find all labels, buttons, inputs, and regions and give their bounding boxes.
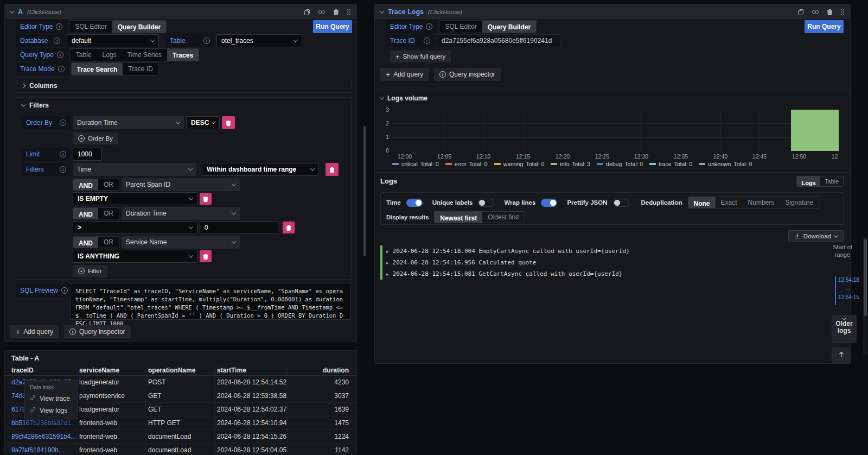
add-query-button[interactable]: +Add query (10, 325, 59, 338)
info-icon[interactable]: i (57, 52, 63, 58)
view-logs-menu-item[interactable]: View logs (25, 405, 77, 416)
order-by-field-select[interactable]: Duration Time (73, 116, 184, 129)
option-table-view[interactable]: Table (820, 176, 843, 186)
unique-labels-toggle[interactable] (478, 199, 494, 207)
option-and[interactable]: AND (73, 208, 98, 219)
option-logs-view[interactable]: Logs (797, 176, 820, 187)
option-trace-search[interactable]: Trace Search (72, 63, 123, 75)
drag-handle-icon[interactable] (840, 9, 845, 15)
query-ref-id[interactable]: Trace Logs (388, 8, 424, 16)
legend-item[interactable]: warningTotal: 0 (494, 161, 545, 167)
condition-field-select[interactable]: Parent Span ID (122, 178, 240, 191)
older-logs-button[interactable]: Older logs (832, 315, 857, 343)
option-and[interactable]: AND (73, 237, 98, 248)
log-line[interactable]: ▸ 2024-06-28 12:54:18.004 EmptyCartAsync… (380, 245, 807, 257)
wrap-lines-toggle[interactable] (541, 199, 557, 207)
option-numbers[interactable]: Numbers (743, 197, 780, 208)
add-filter-button[interactable]: +Filter (73, 265, 107, 277)
query-ref-id[interactable]: A (18, 8, 23, 16)
info-icon[interactable]: i (60, 119, 66, 126)
logs-scrollbar-thumb[interactable] (864, 239, 867, 316)
column-header-servicename[interactable]: serviceName (79, 365, 143, 376)
run-query-button[interactable]: Run Query (805, 20, 844, 33)
column-header-operationname[interactable]: operationName (148, 365, 212, 376)
run-query-button[interactable]: Run Query (313, 20, 352, 33)
info-icon[interactable]: i (60, 151, 66, 157)
legend-item[interactable]: debugTotal: 0 (597, 161, 643, 167)
remove-condition-button[interactable] (200, 250, 212, 262)
show-full-query-button[interactable]: +Show full query (390, 50, 451, 62)
remove-condition-button[interactable] (200, 193, 212, 205)
option-or[interactable]: OR (98, 208, 119, 219)
info-icon[interactable]: i (60, 166, 66, 173)
time-toggle[interactable] (406, 199, 423, 207)
remove-filter-button[interactable] (326, 163, 339, 176)
prettify-json-toggle[interactable] (613, 199, 629, 207)
condition-operator-select[interactable]: > (73, 221, 197, 234)
query-inspector-button[interactable]: iQuery inspector (64, 325, 131, 338)
option-exact[interactable]: Exact (716, 197, 743, 208)
info-icon[interactable]: i (203, 37, 210, 44)
hide-response-eye-icon[interactable] (318, 9, 326, 15)
remove-order-by-button[interactable] (222, 116, 235, 129)
column-header-traceid[interactable]: traceID (11, 365, 75, 376)
option-or[interactable]: OR (98, 237, 119, 248)
logs-scrollbar-track[interactable] (863, 237, 867, 355)
collapse-chevron-icon[interactable] (10, 9, 14, 13)
legend-item[interactable]: criticalTotal: 0 (392, 161, 439, 167)
filter-operator-select[interactable]: Within dashboard time range (202, 163, 319, 176)
condition-operator-select[interactable]: IS EMPTY (73, 192, 197, 205)
info-icon[interactable]: i (54, 37, 60, 44)
download-button[interactable]: Download (788, 230, 844, 242)
logs-volume-header[interactable]: Logs volume (380, 94, 427, 102)
legend-item[interactable]: errorTotal: 0 (445, 161, 488, 167)
drag-handle-icon[interactable] (347, 9, 351, 15)
table-select[interactable]: otel_traces (216, 34, 302, 47)
info-icon[interactable]: i (56, 23, 62, 30)
duplicate-icon[interactable] (797, 9, 804, 16)
option-and[interactable]: AND (73, 179, 98, 191)
log-line[interactable]: ▸ 2024-06-28 12:54:15.081 GetCartAsync c… (380, 268, 807, 280)
remove-condition-button[interactable] (283, 222, 295, 233)
option-query-builder[interactable]: Query Builder (482, 21, 536, 33)
option-none[interactable]: None (688, 197, 716, 208)
hide-response-eye-icon[interactable] (812, 9, 819, 15)
option-traces[interactable]: Traces (167, 49, 199, 61)
limit-input[interactable] (73, 148, 102, 161)
delete-query-trash-icon[interactable] (333, 9, 339, 15)
add-query-button[interactable]: +Add query (380, 68, 429, 81)
filters-section-header[interactable]: Filters (16, 98, 352, 113)
order-by-direction-select[interactable]: DESC (186, 116, 220, 129)
info-icon[interactable]: i (426, 23, 432, 30)
columns-section[interactable]: Columns (16, 78, 352, 93)
option-sql-editor[interactable]: SQL Editor (439, 21, 482, 33)
duplicate-icon[interactable] (304, 9, 310, 16)
option-logs[interactable]: Logs (97, 49, 122, 61)
scroll-to-top-button[interactable] (832, 347, 851, 363)
column-header-starttime[interactable]: startTime (217, 365, 286, 376)
condition-value-input[interactable] (200, 221, 278, 234)
legend-item[interactable]: infoTotal: 3 (551, 161, 590, 167)
info-icon[interactable]: i (58, 66, 65, 72)
info-icon[interactable]: i (424, 37, 430, 44)
log-line[interactable]: ▸ 2024-06-28 12:54:16.956 Calculated quo… (380, 257, 807, 268)
view-trace-menu-item[interactable]: View trace (25, 393, 77, 405)
add-order-by-button[interactable]: +Order By (73, 132, 118, 144)
filter-field-select[interactable]: Time (73, 163, 196, 176)
query-inspector-button[interactable]: iQuery inspector (434, 68, 501, 81)
option-time-series[interactable]: Time Series (122, 49, 168, 61)
delete-query-trash-icon[interactable] (827, 9, 833, 15)
option-signature[interactable]: Signature (780, 197, 818, 208)
condition-field-select[interactable]: Service Name (122, 236, 240, 249)
option-newest-first[interactable]: Newest first (435, 212, 482, 223)
option-or[interactable]: OR (98, 179, 119, 190)
option-table[interactable]: Table (71, 49, 97, 61)
column-header-duration[interactable]: duration (289, 365, 349, 376)
condition-operator-select[interactable]: IS ANYTHING (73, 250, 197, 263)
option-trace-id[interactable]: Trace ID (123, 63, 158, 75)
editor-scrollbar[interactable] (363, 126, 366, 256)
legend-item[interactable]: unknownTotal: 0 (699, 161, 752, 167)
trace-id-link[interactable]: 9a7faf6184190b... (11, 444, 75, 454)
collapse-chevron-icon[interactable] (380, 9, 384, 13)
info-icon[interactable]: i (61, 287, 68, 294)
